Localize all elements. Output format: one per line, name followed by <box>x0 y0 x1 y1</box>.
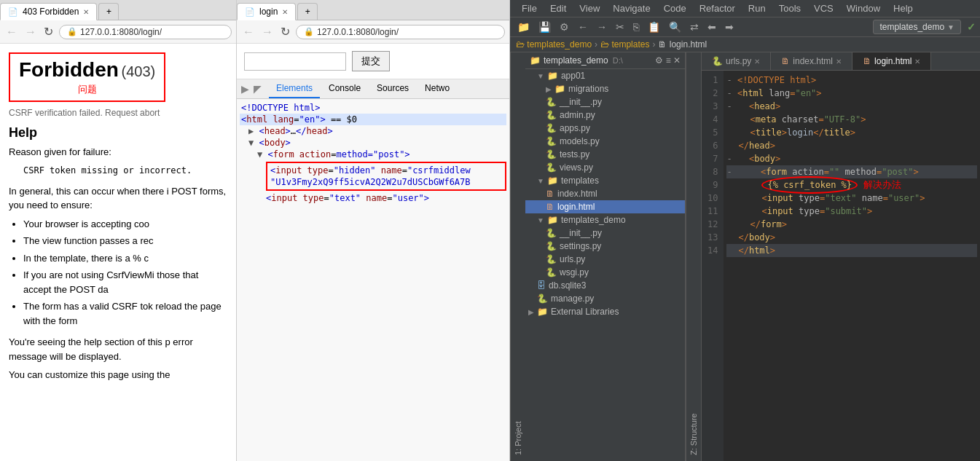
tree-item-external[interactable]: ▶ 📁 External Libraries <box>525 305 685 318</box>
devtools-inspect-icon[interactable]: ▶ <box>241 83 249 95</box>
search-button[interactable]: 🔍 <box>666 20 684 34</box>
input-submit-tag: <input type="submit"> <box>726 206 872 216</box>
menu-file[interactable]: File <box>516 1 543 15</box>
tree-item-admin[interactable]: 🐍 admin.py <box>525 109 685 122</box>
tree-item-login-html[interactable]: 🗎 login.html <box>525 200 685 213</box>
back-button[interactable]: ← <box>4 24 19 40</box>
tree-item-templates-folder[interactable]: ▼ 📁 templates <box>525 174 685 187</box>
devtools-tab-console[interactable]: Console <box>321 79 368 98</box>
structure-tab[interactable]: Z: Structure <box>686 52 702 461</box>
tab-close-icon[interactable]: ✕ <box>83 8 89 16</box>
line-num-7: 7 <box>707 152 718 165</box>
middle-nav-bar: ← → ↻ 🔒 127.0.0.1:8080/login/ <box>237 20 509 44</box>
tree-item-migrations[interactable]: ▶ 📁 migrations <box>525 82 685 95</box>
code-line-14: </html> <box>726 244 977 257</box>
left-address-bar[interactable]: 🔒 127.0.0.1:8080/login/ <box>59 25 232 39</box>
code-editor[interactable]: 1 2 3 4 5 6 7 8 9 10 11 12 13 14 <box>702 71 980 461</box>
tree-settings-icon[interactable]: ⚙ ≡ ✕ <box>655 55 681 66</box>
menu-navigate[interactable]: Navigate <box>607 1 656 15</box>
urls-tab-close[interactable]: ✕ <box>754 58 760 66</box>
devtools-tab-network[interactable]: Netwo <box>418 79 457 98</box>
middle-forward-button[interactable]: → <box>260 24 275 40</box>
devtools-tab-sources[interactable]: Sources <box>369 79 416 98</box>
project-dropdown[interactable]: templates_demo ▼ <box>873 20 961 34</box>
login-form: 提交 <box>244 51 502 71</box>
login-tab-close[interactable]: ✕ <box>282 8 288 16</box>
tree-item-wsgi[interactable]: 🐍 wsgi.py <box>525 266 685 279</box>
index-tab-icon: 🗎 <box>781 56 790 66</box>
middle-new-tab[interactable]: + <box>297 3 318 20</box>
tree-item-views[interactable]: 🐍 views.py <box>525 161 685 174</box>
reason-label: Reason given for failure: <box>9 145 227 159</box>
login-submit-button[interactable]: 提交 <box>352 51 390 71</box>
migrations-expand-triangle: ▶ <box>546 85 552 93</box>
tree-item-init2[interactable]: 🐍 __init__.py <box>525 226 685 240</box>
models-file-icon: 🐍 <box>546 136 557 146</box>
forward-nav-button[interactable]: → <box>594 20 610 34</box>
tree-item-models[interactable]: 🐍 models.py <box>525 135 685 148</box>
paste-button[interactable]: 📋 <box>645 20 663 34</box>
reload-button[interactable]: ↻ <box>42 23 55 40</box>
code-text-area[interactable]: - <!DOCTYPE html> - <html lang="en"> - <… <box>724 71 980 461</box>
settings-button[interactable]: ⚙ <box>557 20 572 34</box>
tree-item-tests[interactable]: 🐍 tests.py <box>525 148 685 161</box>
menu-vcs[interactable]: VCS <box>808 1 839 15</box>
editor-tab-urls[interactable]: 🐍 urls.py ✕ <box>702 52 771 70</box>
menu-window[interactable]: Window <box>841 1 886 15</box>
tree-item-apps[interactable]: 🐍 apps.py <box>525 122 685 135</box>
middle-reload-button[interactable]: ↻ <box>279 23 291 40</box>
index-tab-close[interactable]: ✕ <box>836 58 842 66</box>
wsgi-file-icon: 🐍 <box>546 267 557 277</box>
jiejue-annotation: 解决办法 <box>863 178 901 192</box>
tree-item-manage[interactable]: 🐍 manage.py <box>525 292 685 305</box>
cut-button[interactable]: ✂ <box>613 20 627 34</box>
middle-address-bar[interactable]: 🔒 127.0.0.1:8080/login/ <box>296 25 505 39</box>
menu-view[interactable]: View <box>573 1 605 15</box>
breadcrumb-templates[interactable]: 🗁 templates <box>600 39 649 50</box>
login-tab[interactable]: 📄 login ✕ <box>237 3 296 20</box>
expand-triangle: ▼ <box>537 72 544 80</box>
tree-item-db[interactable]: 🗄 db.sqlite3 <box>525 279 685 292</box>
breadcrumb-sep-2: › <box>652 39 655 50</box>
breadcrumb-root[interactable]: 🗁 templates_demo <box>516 39 592 50</box>
save-button[interactable]: 💾 <box>536 20 554 34</box>
breadcrumb-file[interactable]: 🗎 login.html <box>658 39 707 50</box>
login-input-field[interactable] <box>244 52 346 71</box>
code-line-9: {% csrf_token %} 解决办法 <box>726 178 977 192</box>
navigate-back-button[interactable]: ⬅ <box>705 20 719 34</box>
html-head-line: ▶ <head>…</head> <box>240 125 506 137</box>
login-tab-close-ide[interactable]: ✕ <box>914 58 920 66</box>
tree-item-urls[interactable]: 🐍 urls.py <box>525 253 685 266</box>
left-url-text: 127.0.0.1:8080/login/ <box>80 27 162 37</box>
menu-run[interactable]: Run <box>742 1 772 15</box>
line-numbers-gutter: 1 2 3 4 5 6 7 8 9 10 11 12 13 14 <box>702 71 724 461</box>
forbidden-tab[interactable]: 📄 403 Forbidden ✕ <box>0 3 97 20</box>
tree-item-app01[interactable]: ▼ 📁 app01 <box>525 69 685 82</box>
tree-item-templates-demo[interactable]: ▼ 📁 templates_demo <box>525 213 685 226</box>
menu-tools[interactable]: Tools <box>773 1 807 15</box>
tree-item-settings[interactable]: 🐍 settings.py <box>525 240 685 253</box>
back-nav-button[interactable]: ← <box>575 20 591 34</box>
tree-item-init[interactable]: 🐍 __init__.py <box>525 95 685 109</box>
devtools-device-icon[interactable]: ◤ <box>254 83 262 95</box>
menu-refactor[interactable]: Refactor <box>694 1 741 15</box>
copy-button[interactable]: ⎘ <box>630 20 642 34</box>
line-num-9: 9 <box>707 178 718 192</box>
forward-button[interactable]: → <box>23 24 38 40</box>
editor-tab-index[interactable]: 🗎 index.html ✕ <box>771 52 852 70</box>
login-form-area: 提交 <box>237 44 509 79</box>
menu-help[interactable]: Help <box>887 1 919 15</box>
project-tab[interactable]: 1: Project <box>510 52 525 461</box>
middle-back-button[interactable]: ← <box>241 24 256 40</box>
fold-marker-1: - <box>726 75 732 85</box>
editor-tab-login[interactable]: 🗎 login.html ✕ <box>852 52 931 70</box>
menu-code[interactable]: Code <box>658 1 692 15</box>
urls-tab-icon: 🐍 <box>712 56 723 66</box>
navigate-forward-button[interactable]: ➡ <box>722 20 737 34</box>
devtools-tab-elements[interactable]: Elements <box>269 79 320 98</box>
tree-item-index-html[interactable]: 🗎 index.html <box>525 187 685 200</box>
menu-edit[interactable]: Edit <box>544 1 572 15</box>
open-folder-button[interactable]: 📁 <box>514 20 533 34</box>
search-replace-button[interactable]: ⇄ <box>687 20 702 34</box>
new-tab-button[interactable]: + <box>98 3 119 20</box>
